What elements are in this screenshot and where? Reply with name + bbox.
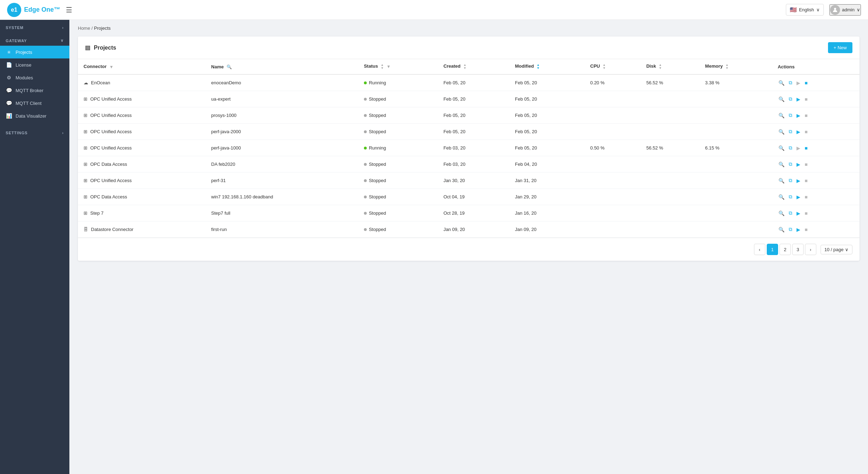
cell-cpu bbox=[584, 221, 640, 238]
cell-created: Oct 28, 19 bbox=[438, 205, 509, 221]
table-row: ⊞ OPC Unified Access ua-expert Stopped F… bbox=[78, 91, 860, 107]
created-sort-icon[interactable]: ▲▼ bbox=[463, 63, 467, 70]
page-3-button[interactable]: 3 bbox=[792, 244, 804, 255]
hamburger-icon[interactable]: ☰ bbox=[66, 6, 72, 14]
stop-button[interactable]: ■ bbox=[804, 161, 808, 168]
copy-button[interactable]: ⧉ bbox=[788, 226, 793, 233]
cell-actions: 🔍 ⧉ ▶ ■ bbox=[772, 124, 860, 140]
start-button[interactable]: ▶ bbox=[796, 177, 801, 184]
page-2-button[interactable]: 2 bbox=[780, 244, 791, 255]
stop-button[interactable]: ■ bbox=[804, 145, 808, 152]
start-button[interactable]: ▶ bbox=[796, 145, 801, 152]
cell-status: Stopped bbox=[358, 91, 438, 107]
sidebar-section-gateway[interactable]: GATEWAY ∨ bbox=[0, 33, 69, 46]
view-button[interactable]: 🔍 bbox=[778, 96, 785, 103]
view-button[interactable]: 🔍 bbox=[778, 128, 785, 135]
flag-icon: 🇺🇸 bbox=[790, 6, 797, 13]
sidebar-section-settings[interactable]: SETTINGS › bbox=[0, 125, 69, 138]
copy-button[interactable]: ⧉ bbox=[788, 144, 793, 152]
copy-button[interactable]: ⧉ bbox=[788, 128, 793, 135]
cell-cpu bbox=[584, 124, 640, 140]
cell-modified: Feb 05, 20 bbox=[509, 74, 585, 91]
cell-created: Feb 05, 20 bbox=[438, 74, 509, 91]
sidebar-item-license[interactable]: 📄 License bbox=[0, 58, 69, 71]
start-button[interactable]: ▶ bbox=[796, 128, 801, 135]
stop-button[interactable]: ■ bbox=[804, 96, 808, 103]
stop-button[interactable]: ■ bbox=[804, 79, 808, 86]
cell-cpu bbox=[584, 107, 640, 124]
status-label: Stopped bbox=[369, 96, 386, 102]
start-button[interactable]: ▶ bbox=[796, 112, 801, 119]
status-filter-icon[interactable]: ▼ bbox=[387, 64, 391, 69]
sidebar-section-system[interactable]: SYSTEM › bbox=[0, 20, 69, 33]
page-size-button[interactable]: 10 / page ∨ bbox=[821, 245, 852, 254]
sidebar-item-mqtt-broker[interactable]: 💬 MQTT Broker bbox=[0, 84, 69, 97]
prev-page-button[interactable]: ‹ bbox=[754, 244, 765, 255]
start-button[interactable]: ▶ bbox=[796, 96, 801, 103]
table-row: ⊞ OPC Unified Access perf-java-1000 Runn… bbox=[78, 140, 860, 156]
view-button[interactable]: 🔍 bbox=[778, 79, 785, 86]
page-size-chevron: ∨ bbox=[845, 247, 849, 252]
copy-button[interactable]: ⧉ bbox=[788, 177, 793, 184]
start-button[interactable]: ▶ bbox=[796, 226, 801, 233]
stop-button[interactable]: ■ bbox=[804, 210, 808, 217]
cell-modified: Jan 09, 20 bbox=[509, 221, 585, 238]
sidebar-item-data-visualizer[interactable]: 📊 Data Visualizer bbox=[0, 109, 69, 122]
stop-button[interactable]: ■ bbox=[804, 226, 808, 233]
view-button[interactable]: 🔍 bbox=[778, 210, 785, 217]
sidebar-item-projects[interactable]: ≡ Projects bbox=[0, 46, 69, 58]
stop-button[interactable]: ■ bbox=[804, 177, 808, 184]
view-button[interactable]: 🔍 bbox=[778, 193, 785, 201]
user-menu-button[interactable]: admin ∨ bbox=[829, 4, 861, 16]
stop-button[interactable]: ■ bbox=[804, 193, 808, 201]
col-memory: Memory ▲▼ bbox=[699, 59, 772, 74]
status-sort-icon[interactable]: ▲▼ bbox=[381, 63, 384, 70]
sidebar-item-modules[interactable]: ⚙ Modules bbox=[0, 71, 69, 84]
cell-connector: ⊞ OPC Unified Access bbox=[78, 140, 206, 156]
cell-memory: 6.15 % bbox=[699, 140, 772, 156]
col-status: Status ▲▼ ▼ bbox=[358, 59, 438, 74]
stop-button[interactable]: ■ bbox=[804, 112, 808, 119]
breadcrumb-home[interactable]: Home bbox=[78, 26, 90, 31]
copy-button[interactable]: ⧉ bbox=[788, 79, 793, 86]
start-button[interactable]: ▶ bbox=[796, 210, 801, 217]
name-search-icon[interactable]: 🔍 bbox=[227, 64, 232, 69]
view-button[interactable]: 🔍 bbox=[778, 145, 785, 152]
memory-sort-icon[interactable]: ▲▼ bbox=[725, 63, 729, 70]
new-button[interactable]: + New bbox=[828, 42, 852, 53]
mqtt-broker-icon: 💬 bbox=[6, 88, 12, 93]
view-button[interactable]: 🔍 bbox=[778, 112, 785, 119]
page-1-button[interactable]: 1 bbox=[767, 244, 778, 255]
data-visualizer-label: Data Visualizer bbox=[16, 113, 46, 119]
sidebar-item-mqtt-client[interactable]: 💬 MQTT Client bbox=[0, 97, 69, 109]
cell-actions: 🔍 ⧉ ▶ ■ bbox=[772, 91, 860, 107]
view-button[interactable]: 🔍 bbox=[778, 177, 785, 184]
disk-sort-icon[interactable]: ▲▼ bbox=[659, 63, 662, 70]
stop-button[interactable]: ■ bbox=[804, 128, 808, 135]
view-button[interactable]: 🔍 bbox=[778, 226, 785, 233]
connector-name: OPC Unified Access bbox=[90, 129, 132, 134]
copy-button[interactable]: ⧉ bbox=[788, 112, 793, 119]
cell-disk bbox=[641, 189, 699, 205]
language-button[interactable]: 🇺🇸 English ∨ bbox=[786, 4, 824, 16]
copy-button[interactable]: ⧉ bbox=[788, 160, 793, 168]
copy-button[interactable]: ⧉ bbox=[788, 193, 793, 201]
start-button[interactable]: ▶ bbox=[796, 193, 801, 201]
status-indicator bbox=[364, 81, 367, 84]
start-button[interactable]: ▶ bbox=[796, 79, 801, 86]
view-button[interactable]: 🔍 bbox=[778, 161, 785, 168]
start-button[interactable]: ▶ bbox=[796, 161, 801, 168]
table-icon: ▤ bbox=[85, 44, 90, 51]
copy-button[interactable]: ⧉ bbox=[788, 209, 793, 217]
cell-memory bbox=[699, 205, 772, 221]
modified-sort-icon[interactable]: ▲▼ bbox=[537, 63, 540, 70]
connector-type-icon: ⊞ bbox=[84, 210, 87, 216]
cell-name: perf-java-2000 bbox=[206, 124, 358, 140]
cell-connector: ⊞ OPC Unified Access bbox=[78, 107, 206, 124]
next-page-button[interactable]: › bbox=[805, 244, 816, 255]
license-label: License bbox=[16, 62, 32, 68]
cell-status: Stopped bbox=[358, 205, 438, 221]
cpu-sort-icon[interactable]: ▲▼ bbox=[603, 63, 606, 70]
connector-filter-icon[interactable]: ▼ bbox=[109, 64, 114, 69]
copy-button[interactable]: ⧉ bbox=[788, 95, 793, 103]
